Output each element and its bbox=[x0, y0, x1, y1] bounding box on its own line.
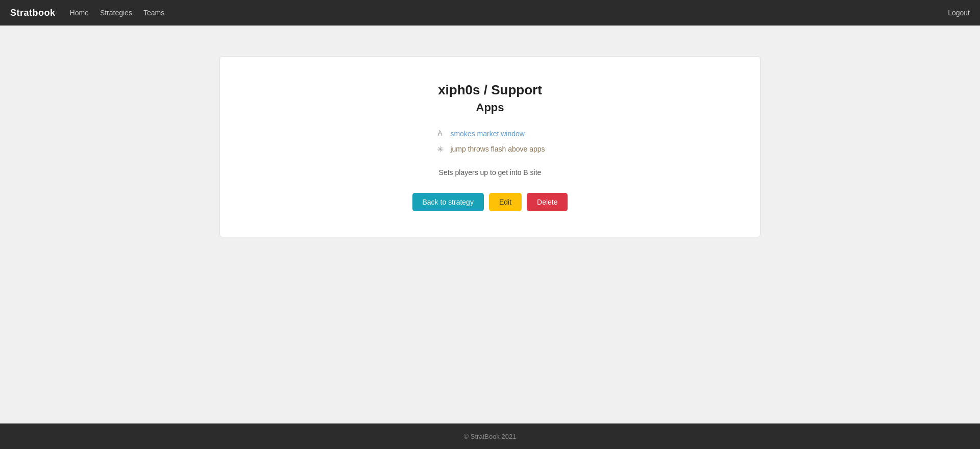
navbar: Stratbook Home Strategies Teams Logout bbox=[0, 0, 980, 26]
nav-teams[interactable]: Teams bbox=[143, 9, 164, 17]
card-description: Sets players up to get into B site bbox=[439, 168, 542, 177]
flash-icon: ✳ bbox=[435, 144, 445, 154]
flash-item-text: jump throws flash above apps bbox=[450, 145, 545, 153]
smoke-icon: 🕯 bbox=[435, 129, 445, 139]
footer: © StratBook 2021 bbox=[0, 423, 980, 449]
footer-copyright: © StratBook 2021 bbox=[464, 433, 517, 440]
nav-strategies[interactable]: Strategies bbox=[100, 9, 132, 17]
nav-left: Stratbook Home Strategies Teams bbox=[10, 8, 164, 18]
strategy-items: 🕯 smokes market window ✳ jump throws fla… bbox=[435, 129, 545, 154]
card-subtitle: Apps bbox=[476, 101, 504, 114]
nav-home[interactable]: Home bbox=[70, 9, 89, 17]
card-title: xiph0s / Support bbox=[438, 82, 542, 98]
strategy-card: xiph0s / Support Apps 🕯 smokes market wi… bbox=[219, 56, 761, 237]
main-content: xiph0s / Support Apps 🕯 smokes market wi… bbox=[0, 26, 980, 423]
smoke-item-text: smokes market window bbox=[450, 130, 525, 138]
back-to-strategy-button[interactable]: Back to strategy bbox=[412, 193, 484, 211]
nav-links: Home Strategies Teams bbox=[70, 9, 165, 17]
logout-link[interactable]: Logout bbox=[948, 9, 970, 17]
strategy-item-smoke: 🕯 smokes market window bbox=[435, 129, 525, 139]
delete-button[interactable]: Delete bbox=[527, 193, 568, 211]
brand-logo: Stratbook bbox=[10, 8, 56, 18]
strategy-item-flash: ✳ jump throws flash above apps bbox=[435, 144, 545, 154]
card-buttons: Back to strategy Edit Delete bbox=[412, 193, 568, 211]
edit-button[interactable]: Edit bbox=[489, 193, 522, 211]
